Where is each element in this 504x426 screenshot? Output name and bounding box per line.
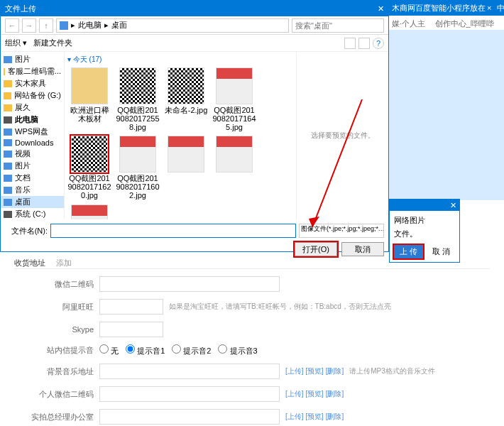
help-icon[interactable]: ? — [373, 38, 384, 49]
folder-icon — [4, 163, 12, 170]
folder-icon — [4, 151, 12, 158]
forward-button[interactable]: → — [22, 18, 36, 33]
aliww-input[interactable] — [99, 299, 163, 315]
folder-icon — [4, 199, 12, 206]
file-item[interactable]: QQ截图20190820171620.jpg — [67, 136, 111, 200]
sidebar-item[interactable]: WPS网盘 — [1, 126, 64, 138]
close-icon[interactable]: × — [487, 4, 491, 12]
radio-3[interactable]: 提示音3 — [218, 344, 257, 356]
file-name: QQ截图20190820172558.jpg — [116, 106, 160, 131]
dialog-title: 文件上传 — [5, 1, 36, 16]
file-thumbnail — [168, 136, 204, 173]
sidebar-item[interactable]: Downloads — [1, 138, 64, 148]
upload-button[interactable]: 上 传 — [394, 245, 423, 258]
bookmark[interactable]: 创作中心_哔哩哔哩... — [435, 18, 501, 28]
cancel-button[interactable]: 取消 — [341, 242, 384, 256]
file-item[interactable]: 未命名-2.jpg — [164, 67, 208, 131]
page-background-panel — [389, 30, 504, 200]
folder-icon — [4, 175, 12, 182]
sidebar-item[interactable]: 音乐 — [1, 184, 64, 196]
file-item[interactable] — [212, 136, 256, 200]
file-name: QQ截图20190820171602.jpg — [116, 174, 160, 200]
hint: 请上传MP3格式的音乐文件 — [349, 366, 435, 376]
label: 微信二维码 — [14, 279, 99, 290]
file-item[interactable]: 欧洲进口榉木板材 — [67, 67, 111, 131]
file-item[interactable] — [164, 136, 208, 200]
sidebar-item[interactable]: 展久 — [1, 102, 64, 114]
folder-icon — [4, 187, 12, 194]
folder-icon — [4, 116, 12, 124]
cancel-button[interactable]: 取 消 — [428, 245, 454, 258]
settings-form: 收货地址 添加 微信二维码[上传] [预览] [删除] 阿里旺旺如果是淘宝旺旺，… — [0, 252, 504, 426]
file-thumbnail — [71, 136, 108, 173]
sidebar-item[interactable]: 图片 — [1, 53, 64, 65]
computer-icon — [60, 21, 68, 30]
file-item[interactable]: QQ截图20190820171645.jpg — [212, 67, 256, 131]
new-folder-button[interactable]: 新建文件夹 — [33, 38, 72, 47]
file-name: QQ截图20190820171645.jpg — [212, 106, 256, 131]
file-thumbnail — [216, 136, 253, 173]
radio-none[interactable]: 无 — [99, 344, 119, 356]
organize-menu[interactable]: 组织 ▾ — [5, 38, 27, 47]
radio-2[interactable]: 提示音2 — [172, 344, 211, 356]
files-area: ▾ 今天 (17) 欧洲进口榉木板材QQ截图20190820172558.jpg… — [65, 52, 296, 219]
sidebar-item[interactable]: 实木家具 — [1, 77, 64, 89]
sidebar-item[interactable]: 桌面 — [1, 196, 64, 208]
tab-1[interactable]: 木商网百度智能小程序放在 × — [389, 3, 494, 13]
back-button[interactable]: ← — [5, 18, 19, 33]
close-icon[interactable]: ✕ — [378, 1, 384, 16]
label: 站内信提示音 — [14, 345, 99, 356]
file-name: 未命名-2.jpg — [164, 106, 208, 114]
filename-input[interactable] — [50, 224, 296, 238]
file-thumbnail — [71, 204, 108, 219]
radio-1[interactable]: 提示音1 — [126, 344, 165, 356]
bgm-input[interactable] — [99, 364, 280, 379]
preview-pane-icon[interactable] — [358, 38, 370, 49]
sidebar-item[interactable]: 系统 (C:) — [1, 208, 64, 219]
tab-2[interactable]: 中木商网微信 — [494, 3, 504, 13]
file-thumbnail — [216, 67, 253, 104]
folder-icon — [4, 80, 12, 87]
personal-qr-input[interactable] — [99, 386, 280, 402]
folder-icon — [4, 56, 12, 63]
bookmark[interactable]: 媒·个人主页 — [392, 18, 429, 28]
file-item[interactable]: QQ截图20190820172558.jpg — [116, 67, 160, 131]
close-icon[interactable]: ✕ — [450, 201, 456, 210]
file-item[interactable] — [67, 204, 111, 219]
sidebar-item[interactable]: 网站备份 (G:) — [1, 89, 64, 102]
file-links[interactable]: [上传] [预览] [删除] — [285, 389, 344, 399]
sidebar-item[interactable]: 此电脑 — [1, 114, 64, 126]
file-links[interactable]: [上传] [预览] [删除] — [285, 366, 344, 376]
file-item[interactable]: QQ截图20190820171602.jpg — [116, 136, 160, 200]
label: 背景音乐地址 — [14, 366, 99, 377]
skype-input[interactable] — [99, 322, 163, 337]
label: 阿里旺旺 — [14, 302, 99, 312]
group-header[interactable]: ▾ 今天 (17) — [67, 55, 293, 65]
file-upload-dialog: 文件上传 ✕ ← → ↑ ▸ 此电脑 ▸ 桌面 组织 ▾ 新建文件夹 ? 图片客… — [0, 0, 389, 252]
wechat-qr-input[interactable] — [99, 276, 280, 292]
folder-icon — [4, 211, 12, 218]
label: 个人微信二维码 — [14, 389, 99, 400]
search-input[interactable] — [292, 18, 384, 33]
file-name: 欧洲进口榉木板材 — [67, 106, 111, 123]
file-thumbnail — [119, 136, 156, 173]
folder-icon — [4, 92, 11, 99]
sidebar-item[interactable]: 文档 — [1, 172, 64, 184]
view-icon[interactable] — [344, 38, 356, 49]
file-thumbnail — [71, 67, 108, 104]
browser-tabs: 木商网百度智能小程序放在 × 中木商网微信 — [389, 0, 504, 16]
open-button[interactable]: 打开(O) — [295, 242, 337, 256]
file-type-filter[interactable]: 图像文件(*.jpe;*.jpg;*.jpeg;*.… — [299, 224, 384, 238]
folder-icon — [4, 104, 12, 111]
sidebar-item[interactable]: 客服二维码需... — [1, 65, 64, 77]
sidebar-item[interactable]: 视频 — [1, 148, 64, 160]
label: 实拍总经理办公室 — [14, 412, 99, 422]
up-button[interactable]: ↑ — [39, 18, 53, 33]
office-input[interactable] — [99, 409, 280, 425]
file-links[interactable]: [上传] [预览] [删除] — [285, 412, 344, 422]
path-bar[interactable]: ▸ 此电脑 ▸ 桌面 — [56, 18, 289, 33]
preview-pane: 选择要预览的文件。 — [296, 52, 388, 219]
popup-title: 网络图片 — [394, 215, 455, 226]
sidebar-item[interactable]: 图片 — [1, 160, 64, 172]
popup-text: 文件。 — [394, 229, 455, 239]
